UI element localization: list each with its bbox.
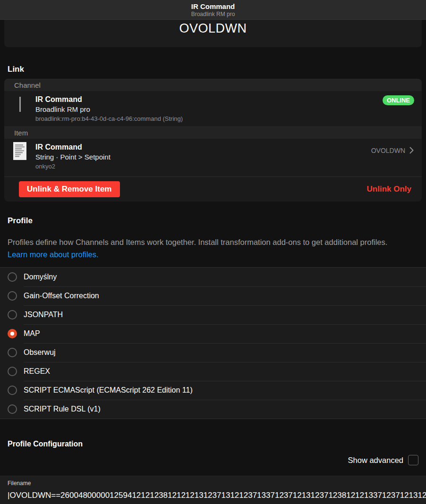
page-title: IR Command (191, 2, 235, 11)
document-icon (13, 142, 26, 160)
channel-group-label: Channel (4, 79, 422, 91)
channel-row[interactable]: IR Command Broadlink RM pro broadlink:rm… (4, 91, 422, 126)
unlink-only-button[interactable]: Unlink Only (367, 185, 411, 194)
radio-icon (8, 404, 17, 414)
profile-option-label: MAP (24, 329, 40, 338)
chevron-right-icon (409, 146, 414, 154)
channel-media (4, 94, 35, 123)
profile-option-script-ecma[interactable]: SCRIPT ECMAScript (ECMAScript 262 Editio… (0, 381, 426, 400)
item-state-after: OVOLDWN (371, 146, 414, 154)
radio-icon (8, 329, 17, 338)
unlink-remove-button[interactable]: Unlink & Remove Item (19, 181, 120, 197)
navbar: IR Command Broadlink RM pro (0, 0, 426, 20)
item-group-label: Item (4, 126, 422, 139)
status-badge: ONLINE (383, 95, 414, 105)
radio-icon (8, 291, 17, 301)
channel-content: IR Command Broadlink RM pro broadlink:rm… (35, 94, 183, 123)
item-row[interactable]: IR Command String · Point > Setpoint onk… (4, 139, 422, 176)
profile-option-label: REGEX (24, 367, 50, 376)
filename-input[interactable]: |OVOLDWN==260048000001259412121238121212… (8, 490, 426, 501)
profile-description: Profiles define how Channels and Items w… (8, 236, 418, 248)
profile-option-gain-offset[interactable]: Gain-Offset Correction (0, 286, 426, 305)
filename-panel: Filename |OVOLDWN==260048000001259412121… (0, 476, 426, 504)
show-advanced-row: Show advanced (8, 455, 418, 465)
radio-icon (8, 386, 17, 395)
command-value: OVOLDWN (4, 20, 422, 36)
profile-option-label: Obserwuj (24, 348, 56, 357)
profile-option-jsonpath[interactable]: JSONPATH (0, 305, 426, 324)
link-actions-row: Unlink & Remove Item Unlink Only (4, 176, 422, 202)
item-content: IR Command String · Point > Setpoint onk… (35, 142, 111, 171)
show-advanced-label: Show advanced (348, 456, 403, 465)
item-type: String · Point > Setpoint (35, 152, 111, 162)
profile-option-follow[interactable]: Obserwuj (0, 343, 426, 362)
command-card: OVOLDWN (4, 20, 422, 47)
profile-section-heading: Profile (8, 216, 418, 226)
profile-option-label: Gain-Offset Correction (24, 292, 99, 300)
radio-icon (8, 272, 17, 282)
item-title: IR Command (35, 142, 111, 152)
learn-more-link[interactable]: Learn more about profiles. (8, 248, 418, 260)
channel-icon (19, 97, 21, 112)
channel-title: IR Command (35, 94, 183, 104)
radio-icon (8, 367, 17, 376)
profile-option-label: SCRIPT Rule DSL (v1) (24, 405, 101, 413)
channel-subtitle: Broadlink RM pro (35, 104, 183, 114)
radio-icon (8, 348, 17, 357)
show-advanced-checkbox[interactable] (408, 455, 418, 465)
profile-option-script-dsl[interactable]: SCRIPT Rule DSL (v1) (0, 400, 426, 419)
profile-option-label: Domyślny (24, 273, 57, 281)
profile-option-label: SCRIPT ECMAScript (ECMAScript 262 Editio… (24, 386, 193, 395)
profile-option-regex[interactable]: REGEX (0, 362, 426, 381)
channel-uid: broadlink:rm-pro:b4-43-0d-ca-c4-96:comma… (35, 115, 183, 123)
profile-config-heading: Profile Configuration (8, 439, 418, 449)
item-name: onkyo2 (35, 162, 111, 171)
filename-label: Filename (8, 480, 426, 487)
profile-options-list: Domyślny Gain-Offset Correction JSONPATH… (0, 267, 426, 419)
page-subtitle: Broadlink RM pro (191, 11, 235, 17)
item-state-value: OVOLDWN (371, 147, 405, 154)
profile-option-map[interactable]: MAP (0, 324, 426, 343)
profile-option-label: JSONPATH (24, 311, 63, 319)
item-media (4, 142, 35, 171)
link-section-heading: Link (8, 64, 418, 74)
profile-option-default[interactable]: Domyślny (0, 268, 426, 286)
radio-icon (8, 310, 17, 319)
link-block: Channel IR Command Broadlink RM pro broa… (4, 79, 422, 202)
